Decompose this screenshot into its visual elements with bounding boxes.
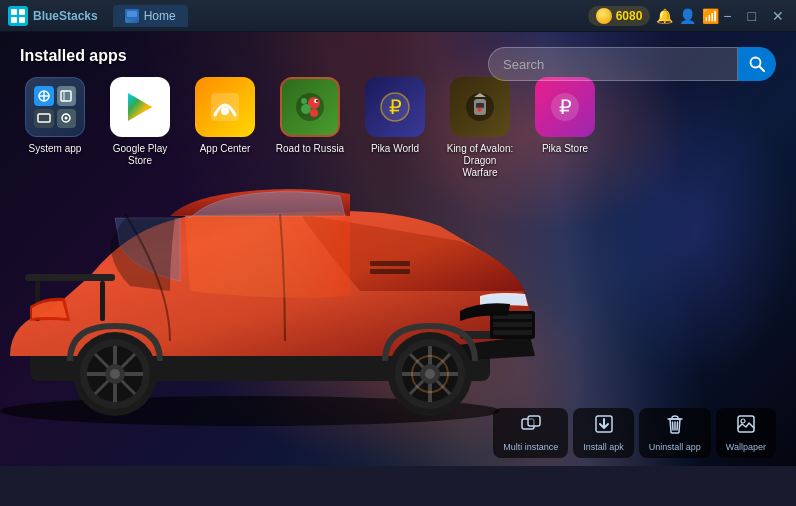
- pika-store-label: Pika Store: [542, 143, 588, 155]
- app-center-icon: [195, 77, 255, 137]
- road-russia-icon: [280, 77, 340, 137]
- svg-point-48: [221, 107, 229, 115]
- svg-rect-1: [19, 9, 25, 15]
- king-avalon-icon: [450, 77, 510, 137]
- install-apk-button[interactable]: Install apk: [573, 408, 634, 458]
- svg-rect-17: [370, 261, 410, 266]
- bottom-toolbar: Multi instance Install apk: [493, 408, 776, 458]
- app-name: BlueStacks: [33, 9, 98, 23]
- pika-world-label: Pika World: [371, 143, 419, 155]
- bluestacks-icon: [8, 6, 28, 26]
- system-app-label: System app: [29, 143, 82, 155]
- multi-instance-button[interactable]: Multi instance: [493, 408, 568, 458]
- uninstall-app-label: Uninstall app: [649, 442, 701, 452]
- svg-point-51: [301, 104, 311, 114]
- king-avalon-label: King of Avalon: Dragon Warfare: [445, 143, 515, 179]
- multi-instance-icon: [521, 414, 541, 439]
- svg-rect-2: [11, 17, 17, 23]
- google-play-icon: [110, 77, 170, 137]
- home-tab-label: Home: [144, 9, 176, 23]
- title-bar: BlueStacks Home 6080 🔔 👤 📶 − □ ✕: [0, 0, 796, 32]
- svg-rect-12: [100, 281, 105, 321]
- minimize-button[interactable]: −: [719, 6, 735, 26]
- multi-instance-label: Multi instance: [503, 442, 558, 452]
- top-search-button[interactable]: [738, 47, 776, 81]
- svg-point-74: [741, 419, 745, 423]
- app-item-app-center[interactable]: App Center: [190, 77, 260, 179]
- pika-world-icon: ₽: [365, 77, 425, 137]
- home-tab[interactable]: Home: [113, 5, 188, 27]
- top-search: [488, 47, 776, 81]
- top-search-input[interactable]: [488, 47, 738, 81]
- svg-text:₽: ₽: [389, 96, 402, 118]
- wallpaper-button[interactable]: Wallpaper: [716, 408, 776, 458]
- coin-icon: [596, 8, 612, 24]
- svg-point-45: [65, 117, 68, 120]
- app-item-pika-world[interactable]: ₽ Pika World: [360, 77, 430, 179]
- home-tab-icon: [125, 9, 139, 23]
- system-app-icon: [25, 77, 85, 137]
- notification-area: 6080 🔔 👤 📶: [588, 6, 720, 26]
- app-item-pika-store[interactable]: ₽ Pika Store: [530, 77, 600, 179]
- uninstall-app-icon: [665, 414, 685, 439]
- app-item-system[interactable]: System app: [20, 77, 90, 179]
- apps-grid: System app: [20, 77, 776, 179]
- pika-store-icon: ₽: [535, 77, 595, 137]
- install-apk-label: Install apk: [583, 442, 624, 452]
- svg-rect-73: [738, 416, 754, 432]
- svg-rect-60: [476, 103, 484, 108]
- svg-line-65: [760, 67, 765, 72]
- app-item-road-russia[interactable]: Road to Russia: [275, 77, 345, 179]
- install-apk-icon: [594, 414, 614, 439]
- bluestacks-logo: BlueStacks: [8, 6, 98, 26]
- svg-text:₽: ₽: [559, 96, 572, 118]
- app-item-king-avalon[interactable]: King of Avalon: Dragon Warfare: [445, 77, 515, 179]
- maximize-button[interactable]: □: [744, 6, 760, 26]
- svg-point-27: [425, 369, 435, 379]
- svg-point-52: [310, 109, 318, 117]
- bell-icon[interactable]: 🔔: [656, 8, 673, 24]
- signal-icon[interactable]: 📶: [702, 8, 719, 24]
- svg-rect-5: [127, 11, 137, 17]
- main-content: Installed apps: [0, 32, 796, 466]
- user-icon[interactable]: 👤: [679, 8, 696, 24]
- wallpaper-label: Wallpaper: [726, 442, 766, 452]
- svg-rect-18: [370, 269, 410, 274]
- google-play-label: Google Play Store: [105, 143, 175, 167]
- svg-rect-15: [493, 322, 532, 327]
- svg-line-72: [677, 422, 678, 430]
- app-item-google-play[interactable]: Google Play Store: [105, 77, 175, 179]
- svg-rect-43: [38, 114, 50, 122]
- svg-marker-46: [128, 93, 152, 121]
- svg-rect-10: [25, 274, 115, 281]
- coin-display: 6080: [588, 6, 651, 26]
- close-button[interactable]: ✕: [768, 6, 788, 26]
- window-controls: − □ ✕: [719, 6, 788, 26]
- svg-rect-67: [528, 416, 540, 426]
- uninstall-app-button[interactable]: Uninstall app: [639, 408, 711, 458]
- svg-point-37: [110, 369, 120, 379]
- svg-rect-3: [19, 17, 25, 23]
- svg-line-71: [672, 422, 673, 430]
- coin-amount: 6080: [616, 9, 643, 23]
- road-russia-label: Road to Russia: [276, 143, 344, 155]
- svg-rect-16: [493, 330, 532, 335]
- svg-point-53: [301, 98, 307, 104]
- svg-rect-0: [11, 9, 17, 15]
- svg-rect-41: [61, 91, 71, 101]
- svg-point-55: [316, 100, 318, 102]
- wallpaper-icon: [736, 414, 756, 439]
- tab-bar: Home: [113, 5, 580, 27]
- app-center-label: App Center: [200, 143, 251, 155]
